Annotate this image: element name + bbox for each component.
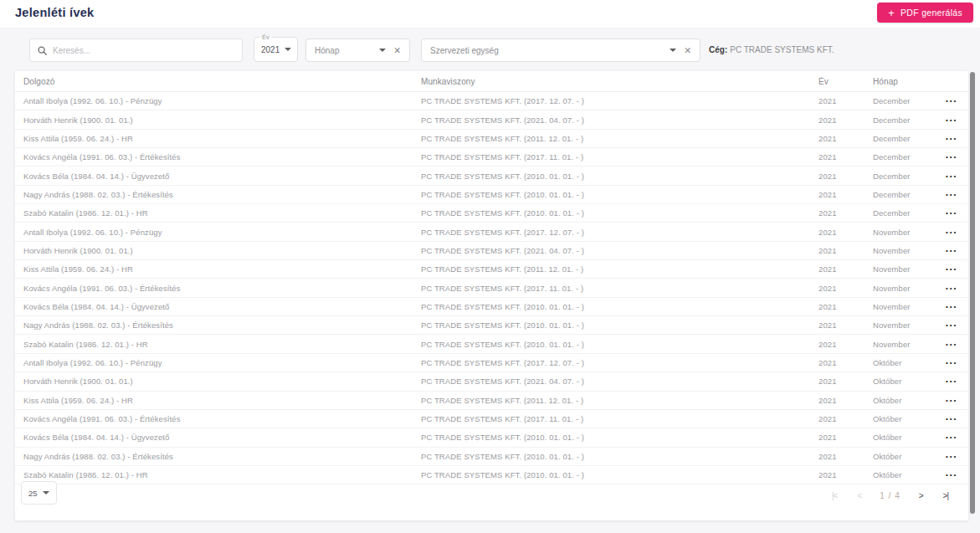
employee-cell: Kovács Béla (1984. 04. 14.) - Ügyvezető	[23, 172, 421, 181]
table-row[interactable]: Antall Ibolya (1992. 06. 10.) - Pénzügy …	[15, 92, 968, 110]
row-actions-button[interactable]: •••	[944, 358, 957, 368]
row-actions-button[interactable]: •••	[944, 134, 957, 144]
row-actions-button[interactable]: •••	[944, 190, 957, 200]
table-row[interactable]: Kovács Angéla (1991. 06. 03.) - Értékesí…	[15, 410, 968, 428]
row-actions-button[interactable]: •••	[944, 414, 957, 424]
employee-cell: Szabó Katalin (1986. 12. 01.) - HR	[23, 470, 421, 479]
employee-cell: Horváth Henrik (1900. 01. 01.)	[23, 246, 421, 255]
table-row[interactable]: Horváth Henrik (1900. 01. 01.) PC TRADE …	[15, 242, 968, 260]
table-row[interactable]: Nagy András (1988. 02. 03.) - Értékesíté…	[15, 316, 968, 335]
year-select-value: 2021	[261, 45, 280, 54]
year-select[interactable]: Év 2021	[254, 37, 298, 62]
employment-cell: PC TRADE SYSTEMS KFT. (2010. 01. 01. - )	[421, 452, 818, 461]
table-row[interactable]: Kiss Attila (1959. 06. 24.) - HR PC TRAD…	[15, 130, 968, 148]
month-select[interactable]: Hónap ✕	[305, 38, 410, 62]
employment-cell: PC TRADE SYSTEMS KFT. (2010. 01. 01. - )	[421, 208, 818, 218]
pdf-generate-button[interactable]: + PDF generálás	[877, 3, 973, 23]
year-cell: 2021	[818, 190, 873, 199]
employment-cell: PC TRADE SYSTEMS KFT. (2011. 12. 01. - )	[421, 396, 818, 405]
month-cell: Október	[873, 452, 944, 461]
pagination: |< < 1 / 4 > >|	[822, 488, 958, 504]
month-cell: Október	[873, 470, 944, 479]
table-row[interactable]: Szabó Katalin (1986. 12. 01.) - HR PC TR…	[15, 204, 968, 223]
row-actions-button[interactable]: •••	[944, 172, 957, 182]
page-size-select[interactable]: 25	[21, 481, 57, 505]
table-header-row: Dolgozó Munkaviszony Év Hónap	[15, 71, 968, 92]
month-cell: December	[873, 172, 944, 181]
table-row[interactable]: Kovács Béla (1984. 04. 14.) - Ügyvezető …	[15, 167, 968, 185]
row-actions-button[interactable]: •••	[944, 302, 957, 312]
employee-cell: Antall Ibolya (1992. 06. 10.) - Pénzügy	[23, 228, 421, 237]
row-actions-button[interactable]: •••	[944, 470, 957, 480]
page-indicator: 1 / 4	[871, 491, 908, 500]
org-unit-select[interactable]: Szervezeti egység ✕	[421, 38, 700, 62]
employee-cell: Szabó Katalin (1986. 12. 01.) - HR	[23, 208, 421, 218]
month-cell: Október	[873, 377, 944, 386]
row-actions-button[interactable]: •••	[944, 246, 957, 256]
row-actions-button[interactable]: •••	[944, 115, 957, 126]
table-row[interactable]: Nagy András (1988. 02. 03.) - Értékesíté…	[15, 186, 968, 204]
table-row[interactable]: Kiss Attila (1959. 06. 24.) - HR PC TRAD…	[15, 260, 968, 279]
row-actions-button[interactable]: •••	[944, 284, 957, 294]
plus-icon: +	[888, 8, 895, 18]
vertical-scrollbar[interactable]	[970, 72, 975, 514]
row-actions-button[interactable]: •••	[944, 320, 957, 331]
employment-cell: PC TRADE SYSTEMS KFT. (2021. 04. 07. - )	[421, 377, 818, 386]
row-actions-button[interactable]: •••	[944, 96, 957, 106]
employee-cell: Horváth Henrik (1900. 01. 01.)	[23, 115, 421, 125]
row-actions-button[interactable]: •••	[944, 377, 957, 387]
first-page-button[interactable]: |<	[822, 488, 847, 504]
month-cell: November	[873, 284, 944, 293]
table-row[interactable]: Antall Ibolya (1992. 06. 10.) - Pénzügy …	[15, 223, 968, 241]
employee-cell: Kovács Angéla (1991. 06. 03.) - Értékesí…	[23, 284, 421, 293]
employee-cell: Kovács Béla (1984. 04. 14.) - Ügyvezető	[23, 302, 421, 311]
year-cell: 2021	[818, 208, 873, 218]
employee-cell: Szabó Katalin (1986. 12. 01.) - HR	[23, 340, 421, 349]
clear-org-unit-icon[interactable]: ✕	[684, 45, 691, 55]
year-cell: 2021	[818, 96, 873, 105]
page-title: Jelenléti ívek	[15, 6, 94, 19]
clear-month-icon[interactable]: ✕	[393, 45, 401, 55]
employment-cell: PC TRADE SYSTEMS KFT. (2010. 01. 01. - )	[421, 470, 818, 479]
row-actions-button[interactable]: •••	[944, 228, 957, 238]
month-cell: December	[873, 208, 944, 218]
table-row[interactable]: Kovács Angéla (1991. 06. 03.) - Értékesí…	[15, 279, 968, 297]
month-cell: December	[873, 134, 944, 143]
table-row[interactable]: Szabó Katalin (1986. 12. 01.) - HR PC TR…	[15, 466, 968, 484]
table-row[interactable]: Horváth Henrik (1900. 01. 01.) PC TRADE …	[15, 372, 968, 391]
row-actions-button[interactable]: •••	[944, 433, 957, 443]
row-actions-button[interactable]: •••	[944, 396, 957, 406]
year-cell: 2021	[818, 452, 873, 461]
table-row[interactable]: Nagy András (1988. 02. 03.) - Értékesíté…	[15, 448, 968, 466]
employee-cell: Kovács Béla (1984. 04. 14.) - Ügyvezető	[23, 433, 421, 442]
employment-cell: PC TRADE SYSTEMS KFT. (2011. 12. 01. - )	[421, 134, 818, 143]
next-page-button[interactable]: >	[909, 488, 933, 504]
row-actions-button[interactable]: •••	[944, 340, 957, 350]
table-row[interactable]: Szabó Katalin (1986. 12. 01.) - HR PC TR…	[15, 335, 968, 353]
company-filter: Cég:PC TRADE SYSTEMS KFT.	[709, 45, 834, 54]
year-cell: 2021	[818, 115, 873, 125]
table-row[interactable]: Antall Ibolya (1992. 06. 10.) - Pénzügy …	[15, 354, 968, 372]
row-actions-button[interactable]: •••	[944, 152, 957, 162]
row-actions-button[interactable]: •••	[944, 452, 957, 462]
search-input[interactable]	[53, 46, 234, 55]
employment-cell: PC TRADE SYSTEMS KFT. (2010. 01. 01. - )	[421, 433, 818, 442]
table-row[interactable]: Kovács Béla (1984. 04. 14.) - Ügyvezető …	[15, 428, 968, 447]
employee-cell: Kiss Attila (1959. 06. 24.) - HR	[23, 134, 421, 143]
pdf-generate-label: PDF generálás	[900, 8, 962, 18]
row-actions-button[interactable]: •••	[944, 208, 957, 218]
table-row[interactable]: Kiss Attila (1959. 06. 24.) - HR PC TRAD…	[15, 392, 968, 410]
table-row[interactable]: Kovács Angéla (1991. 06. 03.) - Értékesí…	[15, 148, 968, 167]
table-body: Antall Ibolya (1992. 06. 10.) - Pénzügy …	[15, 92, 968, 484]
row-actions-button[interactable]: •••	[944, 264, 957, 274]
last-page-button[interactable]: >|	[933, 488, 958, 504]
table-row[interactable]: Horváth Henrik (1900. 01. 01.) PC TRADE …	[15, 110, 968, 129]
prev-page-button[interactable]: <	[847, 488, 871, 504]
employment-cell: PC TRADE SYSTEMS KFT. (2017. 11. 01. - )	[421, 152, 818, 161]
org-unit-placeholder: Szervezeti egység	[430, 46, 499, 55]
month-cell: November	[873, 320, 944, 330]
table-row[interactable]: Kovács Béla (1984. 04. 14.) - Ügyvezető …	[15, 298, 968, 316]
employee-cell: Horváth Henrik (1900. 01. 01.)	[23, 377, 421, 386]
chevron-down-icon	[43, 491, 49, 495]
column-header-year: Év	[818, 77, 873, 86]
